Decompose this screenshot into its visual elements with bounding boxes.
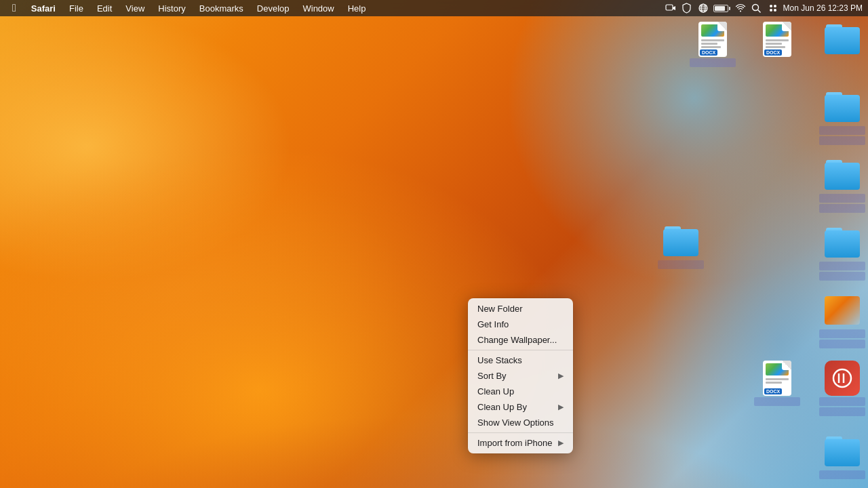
svg-line-8 bbox=[758, 9, 761, 12]
desktop-icon-label2: ​ bbox=[690, 68, 736, 77]
menu-develop[interactable]: Develop bbox=[252, 0, 295, 16]
menu-edit[interactable]: Edit bbox=[92, 0, 117, 16]
datetime: Mon Jun 26 12:23 PM bbox=[783, 3, 863, 13]
apple-menu[interactable]:  bbox=[5, 0, 23, 16]
menu-show-view-options[interactable]: Show View Options bbox=[468, 415, 573, 430]
svg-point-12 bbox=[774, 9, 776, 12]
lbl-folder2: ​ bbox=[819, 126, 865, 135]
lbl-folder2b: ​ bbox=[819, 136, 865, 145]
separator2 bbox=[468, 432, 573, 433]
desktop-icon-folder3[interactable]: ​ ​ bbox=[819, 157, 865, 213]
desktop-icon-label3: ​ bbox=[754, 58, 800, 67]
submenu-arrow-sort: ▶ bbox=[558, 371, 564, 380]
lbl-folder-float2: ​ bbox=[658, 270, 704, 279]
control-center-icon[interactable] bbox=[767, 2, 779, 14]
desktop-icon-docx1[interactable]: DOCX ​ ​ bbox=[690, 22, 736, 77]
menubar:  Safari File Edit View History Bookmark… bbox=[0, 0, 868, 16]
menu-use-stacks[interactable]: Use Stacks bbox=[468, 352, 573, 368]
lbl-parallels2: ​ bbox=[819, 407, 865, 416]
menu-window[interactable]: Window bbox=[297, 0, 339, 16]
lbl-parallels: ​ bbox=[819, 397, 865, 406]
svg-rect-0 bbox=[666, 5, 673, 10]
separator1 bbox=[468, 350, 573, 350]
lbl-wallpaper: ​ bbox=[819, 329, 865, 338]
submenu-arrow-cleanup: ▶ bbox=[558, 403, 564, 411]
desktop-icon-folder-top[interactable]: ​ bbox=[819, 22, 865, 67]
lbl-folder3: ​ bbox=[819, 194, 865, 203]
menu-view[interactable]: View bbox=[120, 0, 150, 16]
lbl-folder-float: ​ bbox=[658, 260, 704, 269]
search-icon[interactable] bbox=[751, 2, 763, 14]
menu-help[interactable]: Help bbox=[342, 0, 372, 16]
svg-point-9 bbox=[770, 5, 772, 7]
desktop-icon-wallpaper[interactable]: ​ ​ bbox=[819, 293, 865, 348]
svg-point-7 bbox=[753, 4, 759, 10]
svg-point-11 bbox=[770, 9, 772, 12]
menu-get-info[interactable]: Get Info bbox=[468, 317, 573, 332]
menu-clean-up-by[interactable]: Clean Up By ▶ bbox=[468, 399, 573, 415]
desktop-icon-folder5[interactable]: ​ bbox=[819, 434, 865, 479]
desktop-icon-parallels[interactable]: ​ ​ bbox=[819, 361, 865, 416]
desktop-icon-label4: ​ bbox=[819, 58, 865, 67]
lbl-folder4: ​ bbox=[819, 262, 865, 270]
svg-point-13 bbox=[833, 369, 851, 387]
desktop-icon-folder4[interactable]: ​ ​ bbox=[819, 225, 865, 281]
submenu-arrow-iphone: ▶ bbox=[558, 439, 564, 447]
globe-icon[interactable] bbox=[697, 2, 709, 14]
menu-clean-up[interactable]: Clean Up bbox=[468, 384, 573, 399]
menu-sort-by[interactable]: Sort By ▶ bbox=[468, 368, 573, 384]
svg-point-10 bbox=[774, 5, 776, 7]
menu-change-wallpaper[interactable]: Change Wallpaper... bbox=[468, 332, 573, 348]
lbl-docx3: ​ bbox=[754, 397, 800, 406]
menu-history[interactable]: History bbox=[153, 0, 191, 16]
battery-icon bbox=[713, 5, 730, 12]
lbl-folder3b: ​ bbox=[819, 204, 865, 213]
desktop-icon-folder-float[interactable]: ​ ​ bbox=[658, 224, 704, 279]
menu-bookmarks[interactable]: Bookmarks bbox=[194, 0, 249, 16]
lbl-wallpaper2: ​ bbox=[819, 340, 865, 348]
context-menu: New Folder Get Info Change Wallpaper... … bbox=[468, 298, 573, 453]
desktop-icon-folder2[interactable]: ​ ​ bbox=[819, 89, 865, 145]
desktop-icon-docx2[interactable]: DOCX ​ bbox=[754, 22, 800, 67]
desktop-icon-docx3[interactable]: DOCX ​ bbox=[754, 361, 800, 406]
menu-file[interactable]: File bbox=[64, 0, 89, 16]
lbl-folder4b: ​ bbox=[819, 272, 865, 281]
wifi-icon[interactable] bbox=[734, 2, 747, 14]
lbl-folder5: ​ bbox=[819, 470, 865, 479]
screen-record-icon[interactable] bbox=[665, 2, 677, 14]
menu-new-folder[interactable]: New Folder bbox=[468, 301, 573, 317]
desktop[interactable]:  Safari File Edit View History Bookmark… bbox=[0, 0, 868, 488]
desktop-icon-label: ​ bbox=[690, 58, 736, 67]
menu-import-iphone[interactable]: Import from iPhone ▶ bbox=[468, 435, 573, 451]
shield-icon[interactable] bbox=[681, 2, 693, 14]
app-name[interactable]: Safari bbox=[26, 0, 61, 16]
